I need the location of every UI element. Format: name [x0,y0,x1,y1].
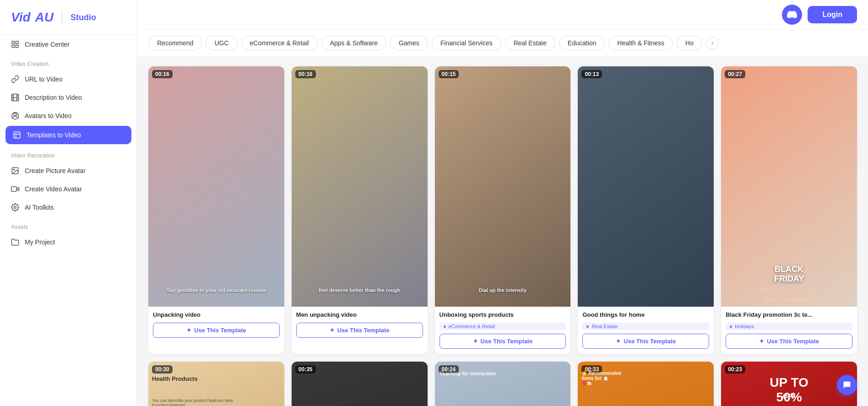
cat-tab-financial[interactable]: Financial Services [432,36,501,50]
chat-fab[interactable] [837,375,857,395]
template-card-4: 00:13 Good things for home ★ Real Estate… [578,66,714,354]
card-thumb-2: 00:16 feet deserve better than the rough [292,66,428,307]
cat-tab-games[interactable]: Games [390,36,428,50]
use-template-btn-4[interactable]: ✦ Use This Template [582,334,709,349]
sidebar-item-templates-to-video[interactable]: Templates to Video [5,126,131,144]
sidebar-item-label: My Project [25,238,55,246]
use-template-label-1: Use This Template [194,327,246,334]
login-button[interactable]: Login [808,6,857,23]
thumb-text-large-5: BLACKFRIDAY [721,265,857,284]
sidebar-item-label: Create Picture Avatar [25,167,86,174]
category-scroll-button[interactable]: › [706,37,719,49]
card-duration-4: 00:13 [581,70,602,78]
sidebar-item-url-to-video[interactable]: URL to Video [0,70,137,88]
thumb-text-2: feet deserve better than the rough [296,287,423,293]
use-template-btn-2[interactable]: ✦ Use This Template [296,323,423,338]
use-template-btn-3[interactable]: ✦ Use This Template [439,334,566,349]
cat-tab-ho[interactable]: Ho [677,36,702,50]
use-template-label-2: Use This Template [337,327,390,334]
user-circle-icon [11,112,19,120]
svg-point-19 [14,206,16,209]
cat-tab-apps[interactable]: Apps & Software [321,36,386,50]
tag-label-3: eCommerce & Retail [449,324,495,329]
sparkle-icon-1: ✦ [186,327,191,334]
svg-rect-3 [12,45,14,48]
sidebar-item-avatars-to-video[interactable]: Avatars to Video [0,107,137,125]
card-body-3: Unboxing sports products ★ eCommerce & R… [435,307,571,354]
thumb-off-10: OFF [721,393,857,400]
sidebar-item-create-video-avatar[interactable]: Create Video Avatar [0,180,137,198]
sparkle-icon-4: ✦ [616,338,621,345]
use-template-btn-1[interactable]: ✦ Use This Template [153,323,280,338]
logo-vid: Vid [11,10,31,25]
sidebar-item-label: Description to Video [25,94,82,101]
logo-studio: Studio [71,13,96,22]
card-duration-6: 00:30 [152,365,173,374]
card-thumb-1: 00:16 Say goodbye to your old skincare r… [148,66,284,307]
svg-rect-14 [14,132,20,138]
sidebar-item-creative-center[interactable]: Creative Center [0,35,137,54]
card-thumb-9: 00:33 ⭐ Recommendeditems list 📋❤️🛍 [578,362,714,406]
card-title-2: Men unpacking video [296,311,423,319]
tag-star-5: ★ [729,324,733,329]
settings-icon [11,203,19,211]
header-actions: Login [782,5,857,25]
use-template-btn-5[interactable]: ✦ Use This Template [726,334,852,349]
tag-label-4: Real Estate [591,324,618,329]
card-body-1: Unpacking video ✦ Use This Template [148,307,284,343]
layout-icon [13,131,21,139]
sparkle-icon-2: ✦ [330,327,335,334]
template-card-8: 00:24 Yearning for interaction Yearning … [435,362,571,406]
card-title-4: Good things for home [582,311,709,319]
logo-divider [62,11,62,24]
card-duration-1: 00:16 [152,70,173,78]
video-icon [11,185,19,193]
svg-point-12 [14,113,16,116]
thumb-50-10: UP TO50% [721,375,857,405]
card-thumb-5: 00:27 BLACKFRIDAY Big price cuts in elec… [721,66,857,307]
card-body-4: Good things for home ★ Real Estate ✦ Use… [578,307,714,354]
folder-icon [11,238,19,246]
link-icon [11,75,19,83]
card-duration-3: 00:15 [439,70,459,78]
thumb-recommended-9: ⭐ Recommendeditems list 📋❤️🛍 [581,371,710,386]
cat-tab-ecommerce[interactable]: eCommerce & Retail [241,36,318,50]
sparkle-icon-5: ✦ [759,338,764,345]
sidebar-item-label: URL to Video [25,76,63,83]
card-tag-5: ★ Holidays [726,323,852,330]
section-label-video-recreation: Video Recreation [0,145,137,162]
card-body-5: Black Friday promotion 3c te... ★ Holida… [721,307,857,354]
discord-button[interactable] [782,5,802,25]
section-label-video-creation: Video Creation [0,54,137,70]
card-duration-5: 00:27 [725,70,745,78]
svg-rect-2 [16,45,18,48]
use-template-label-5: Use This Template [767,338,819,345]
template-card-6: 00:30 Health Products You can describe y… [148,362,284,406]
thumb-sub-5: Big price cuts in electronics [721,288,857,293]
templates-grid: 00:16 Say goodbye to your old skincare r… [148,66,857,406]
cat-tab-education[interactable]: Education [559,36,605,50]
svg-rect-1 [16,41,18,43]
template-card-9: 00:33 ⭐ Recommendeditems list 📋❤️🛍 Recom… [578,362,714,406]
card-thumb-inner-1 [148,66,284,307]
sidebar-item-label: Templates to Video [27,131,81,139]
cat-tab-health[interactable]: Health & Fitness [608,36,673,50]
sidebar-item-description-to-video[interactable]: Description to Video [0,88,137,107]
grid-icon [11,40,19,49]
sidebar-item-ai-toolkits[interactable]: AI Toolkits [0,198,137,217]
cat-tab-real-estate[interactable]: Real Estate [505,36,555,50]
template-card-3: 00:15 Dial up the intensity Unboxing spo… [435,66,571,354]
card-duration-10: 00:23 [725,365,745,374]
cat-tab-recommend[interactable]: Recommend [148,36,202,50]
sidebar-item-my-project[interactable]: My Project [0,233,137,251]
template-card-5: 00:27 BLACKFRIDAY Big price cuts in elec… [721,66,857,354]
card-title-3: Unboxing sports products [439,311,566,319]
logo-au: AU [35,10,54,25]
card-thumb-3: 00:15 Dial up the intensity [435,66,571,307]
cat-tab-ugc[interactable]: UGC [206,36,237,50]
image-icon [11,167,19,175]
sidebar-item-create-picture-avatar[interactable]: Create Picture Avatar [0,162,137,180]
template-card-7: 00:35 ✨ To provide you 💪with infinite st… [292,362,428,406]
card-title-5: Black Friday promotion 3c te... [726,311,852,319]
tag-label-5: Holidays [735,324,754,329]
